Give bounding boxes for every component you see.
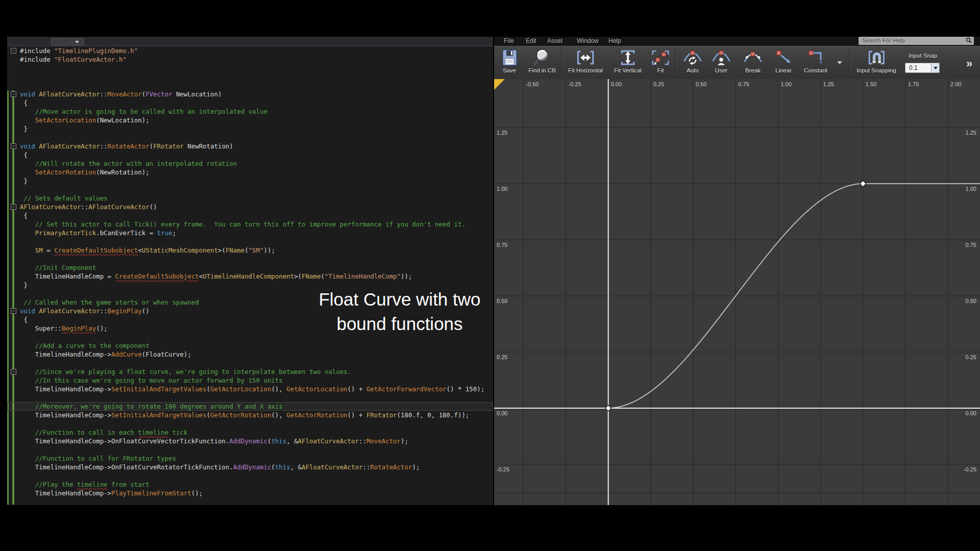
- linear-tangent-button[interactable]: Linear: [773, 48, 794, 73]
- curve-graph-canvas: [494, 79, 980, 505]
- code-line: SetActorLocation(NewLocation);: [7, 116, 493, 124]
- code-line: −void AFloatCurveActor::RotateActor(FRot…: [7, 142, 493, 151]
- toolbar-separator: [561, 49, 562, 76]
- save-icon: [499, 48, 520, 67]
- tangent-modes-dropdown-caret[interactable]: [837, 61, 842, 64]
- fit-horizontal-label: Fit Horizontal: [568, 67, 603, 73]
- fold-marker[interactable]: −: [11, 48, 16, 54]
- fit-vertical-label: Fit Vertical: [614, 67, 642, 73]
- x-axis-tick-label: 1.00: [780, 81, 791, 87]
- code-area[interactable]: −#include "TimelinePluginDemo.h"#include…: [7, 46, 493, 505]
- break-tangent-button[interactable]: Break: [743, 48, 763, 73]
- y-axis-tick-label-left: 1.00: [497, 186, 507, 192]
- menu-item-asset[interactable]: Asset: [547, 37, 562, 46]
- code-line: }: [7, 124, 493, 133]
- find-in-cb-button[interactable]: Find in CB: [528, 48, 556, 73]
- constant-label: Constant: [804, 67, 827, 73]
- menu-item-help[interactable]: Help: [608, 37, 621, 46]
- search-icon: [966, 37, 972, 44]
- fit-horizontal-button[interactable]: Fit Horizontal: [568, 48, 603, 73]
- code-line: // Sets default values: [7, 194, 493, 203]
- code-line: [7, 133, 493, 142]
- caption-overlay: Float Curve with two bound functions: [300, 287, 499, 336]
- code-line: TimelineHandleComp = CreateDefaultSubobj…: [7, 272, 493, 281]
- user-tangent-icon: [711, 48, 731, 67]
- code-line: {: [7, 98, 493, 107]
- y-axis-tick-label-left: 0.00: [497, 410, 507, 416]
- code-line: [7, 185, 493, 194]
- graph-corner-marker: [494, 79, 505, 90]
- user-label: User: [715, 67, 727, 73]
- code-line: //Moreover, we're going to rotate 180 de…: [7, 402, 493, 411]
- fit-vertical-icon: [618, 48, 638, 67]
- fit-icon: [650, 48, 671, 67]
- code-line: //Function to call in each timeline tick: [7, 428, 493, 437]
- fold-marker[interactable]: −: [11, 143, 16, 149]
- x-axis-tick-label: 1.25: [823, 81, 834, 87]
- x-axis-tick-label: 0.25: [653, 81, 664, 87]
- menu-item-file[interactable]: File: [504, 37, 513, 46]
- code-line: //Add a curve to the component: [7, 341, 493, 350]
- toolbar-overflow-button[interactable]: »: [966, 57, 972, 70]
- auto-tangent-icon: [682, 48, 703, 67]
- auto-tangent-button[interactable]: Auto: [682, 48, 703, 73]
- x-axis-tick-label: 0.75: [738, 81, 749, 87]
- y-axis-tick-label-left: -0.25: [497, 466, 509, 472]
- y-axis-tick-label-left: 0.25: [497, 354, 507, 360]
- code-line: //Function to call for FRotator types: [7, 454, 493, 463]
- code-line: [7, 359, 493, 367]
- curve-toolbar: Save Find in CB: [494, 46, 980, 80]
- code-line: TimelineHandleComp->AddCurve(FloatCurve)…: [7, 350, 493, 359]
- input-snap-value: 0.1: [905, 64, 931, 71]
- curve-key[interactable]: [605, 405, 611, 411]
- save-label: Save: [503, 67, 516, 73]
- menu-item-edit[interactable]: Edit: [526, 37, 536, 46]
- code-line: [7, 64, 493, 72]
- code-line: [7, 255, 493, 263]
- magnet-icon: [866, 48, 887, 67]
- y-axis-tick-label-right: 1.00: [966, 186, 976, 192]
- code-line: SetActorRotation(NewRotation);: [7, 168, 493, 177]
- break-label: Break: [745, 67, 761, 73]
- chevron-down-icon: [75, 41, 79, 43]
- code-line: −#include "TimelinePluginDemo.h": [7, 46, 493, 55]
- save-button[interactable]: Save: [499, 48, 520, 73]
- code-line: }: [7, 177, 493, 185]
- input-snap-label: Input Snap: [902, 53, 943, 59]
- search-help-input[interactable]: Search For Help: [859, 37, 974, 45]
- fit-horizontal-icon: [575, 48, 596, 67]
- curve-key[interactable]: [860, 181, 866, 187]
- code-line: //In this case we're going to move our a…: [7, 376, 493, 385]
- fit-vertical-button[interactable]: Fit Vertical: [614, 48, 642, 73]
- fold-marker[interactable]: −: [11, 204, 16, 210]
- fit-button[interactable]: Fit: [650, 48, 671, 73]
- code-line: SM = CreateDefaultSubobject<UStaticMeshC…: [7, 246, 493, 255]
- curve-graph[interactable]: -0.50-0.250.000.250.500.751.001.251.501.…: [494, 79, 980, 505]
- code-editor-pane: −#include "TimelinePluginDemo.h"#include…: [7, 37, 493, 505]
- fold-marker[interactable]: −: [11, 91, 16, 97]
- member-dropdown[interactable]: [70, 38, 84, 45]
- chevron-down-icon: [931, 64, 939, 72]
- code-line: [7, 81, 493, 90]
- editor-navigation-bar: [7, 37, 493, 46]
- toolbar-separator: [849, 49, 850, 76]
- fold-marker[interactable]: −: [11, 369, 16, 374]
- x-axis-tick-label: 0.00: [611, 81, 622, 87]
- input-snapping-button[interactable]: Input Snapping: [856, 48, 896, 73]
- code-line: TimelineHandleComp->OnFloatCurveRotatorT…: [7, 463, 493, 471]
- find-in-cb-label: Find in CB: [528, 67, 556, 73]
- constant-tangent-button[interactable]: Constant: [804, 48, 827, 73]
- scope-dropdown[interactable]: [51, 38, 69, 45]
- user-tangent-button[interactable]: User: [711, 48, 731, 73]
- input-snap-select[interactable]: 0.1: [905, 63, 940, 73]
- constant-tangent-icon: [805, 48, 826, 67]
- search-placeholder: Search For Help: [862, 37, 905, 45]
- menu-bar: FileEditAssetWindowHelp Search For Help: [494, 37, 980, 46]
- magnifier-icon: [532, 48, 552, 67]
- input-snapping-label: Input Snapping: [856, 67, 896, 73]
- menu-item-window[interactable]: Window: [577, 37, 599, 46]
- x-axis-tick-label: 1.75: [908, 81, 919, 87]
- caption-line-2: bound functions: [300, 312, 499, 336]
- code-line: PrimaryActorTick.bCanEverTick = true;: [7, 229, 493, 237]
- fold-marker[interactable]: −: [11, 308, 16, 314]
